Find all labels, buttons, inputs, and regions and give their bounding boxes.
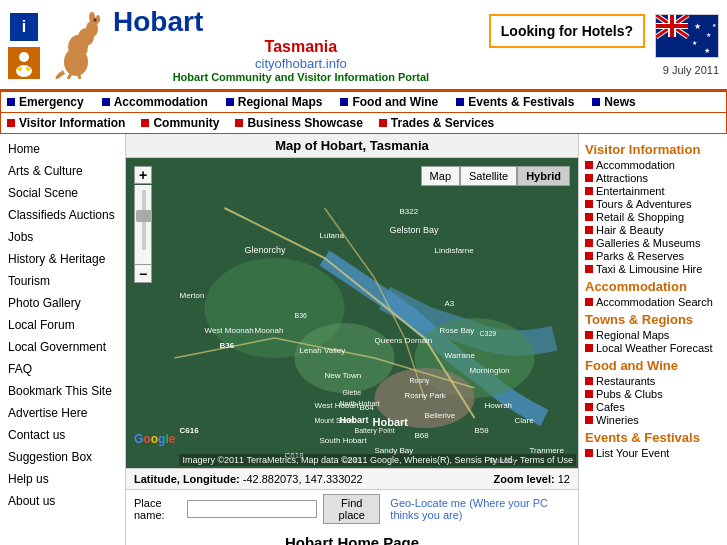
svg-text:B58: B58 [475, 426, 490, 435]
site-tagline: Hobart Community and Visitor Information… [113, 71, 489, 83]
right-item-wineries[interactable]: Wineries [585, 414, 721, 426]
right-item-restaurants[interactable]: Restaurants [585, 375, 721, 387]
site-url[interactable]: cityofhobart.info [113, 56, 489, 71]
right-item-retail[interactable]: Retail & Shopping [585, 211, 721, 223]
nav-food-wine[interactable]: Food and Wine [340, 95, 438, 109]
map-controls: + − [134, 166, 152, 284]
sidebar-item-bookmark[interactable]: Bookmark This Site [0, 380, 125, 402]
place-name-input[interactable] [187, 500, 317, 518]
sidebar-item-photo-gallery[interactable]: Photo Gallery [0, 292, 125, 314]
svg-text:B68: B68 [415, 431, 430, 440]
nav-regional-maps[interactable]: Regional Maps [226, 95, 323, 109]
nav-events-festivals[interactable]: Events & Festivals [456, 95, 574, 109]
right-item-attractions[interactable]: Attractions [585, 172, 721, 184]
right-item-regional-maps[interactable]: Regional Maps [585, 329, 721, 341]
right-section-accommodation: Accommodation [585, 279, 721, 294]
second-navigation: Visitor Information Community Business S… [0, 113, 727, 134]
svg-rect-24 [656, 24, 688, 28]
right-section-towns: Towns & Regions [585, 312, 721, 327]
right-bullet-icon [585, 239, 593, 247]
header-title-block: Hobart Tasmania cityofhobart.info Hobart… [113, 6, 489, 83]
nav-red-bullet-icon [141, 119, 149, 127]
map-image[interactable]: B36 B36 A3 C329 B64 B68 B58 C616 B64 C61… [126, 158, 578, 468]
nav-business-showcase[interactable]: Business Showcase [235, 116, 362, 130]
nav-accommodation[interactable]: Accommodation [102, 95, 208, 109]
right-item-accommodation[interactable]: Accommodation [585, 159, 721, 171]
sidebar-item-home[interactable]: Home [0, 138, 125, 160]
right-item-hair-beauty[interactable]: Hair & Beauty [585, 224, 721, 236]
sidebar-item-local-government[interactable]: Local Government [0, 336, 125, 358]
svg-text:New Town: New Town [325, 371, 362, 380]
svg-text:Merton: Merton [180, 291, 205, 300]
zoom-level: Zoom level: 12 [494, 473, 570, 485]
svg-text:Battery Point: Battery Point [355, 427, 395, 435]
hotels-button[interactable]: Looking for Hotels? [489, 14, 645, 48]
right-item-tours[interactable]: Tours & Adventures [585, 198, 721, 210]
page-date: 9 July 2011 [663, 64, 719, 76]
map-zoom-in-button[interactable]: + [134, 166, 152, 184]
nav-red-bullet-icon [379, 119, 387, 127]
svg-point-2 [18, 67, 22, 71]
nav-bullet-icon [340, 98, 348, 106]
right-bullet-icon [585, 377, 593, 385]
svg-text:Moonah: Moonah [255, 326, 284, 335]
right-bullet-icon [585, 416, 593, 424]
right-item-entertainment[interactable]: Entertainment [585, 185, 721, 197]
right-item-galleries[interactable]: Galleries & Museums [585, 237, 721, 249]
nav-news[interactable]: News [592, 95, 635, 109]
map-type-hybrid-button[interactable]: Hybrid [517, 166, 570, 186]
map-zoom-out-button[interactable]: − [134, 265, 152, 283]
sidebar-item-arts-culture[interactable]: Arts & Culture [0, 160, 125, 182]
sidebar-item-tourism[interactable]: Tourism [0, 270, 125, 292]
svg-text:Hobart: Hobart [373, 416, 409, 428]
map-svg: B36 B36 A3 C329 B64 B68 B58 C616 B64 C61… [126, 158, 578, 468]
right-bullet-icon [585, 187, 593, 195]
nav-bullet-icon [456, 98, 464, 106]
place-search-bar: Place name: Find place Geo-Locate me (Wh… [126, 489, 578, 528]
nav-emergency[interactable]: Emergency [7, 95, 84, 109]
map-type-map-button[interactable]: Map [421, 166, 460, 186]
sidebar-item-local-forum[interactable]: Local Forum [0, 314, 125, 336]
svg-text:Howrah: Howrah [485, 401, 513, 410]
right-item-weather[interactable]: Local Weather Forecast [585, 342, 721, 354]
geolocate-link[interactable]: Geo-Locate me (Where your PC thinks you … [390, 497, 570, 521]
svg-text:C329: C329 [480, 330, 497, 337]
nav-visitor-info[interactable]: Visitor Information [7, 116, 125, 130]
right-item-list-event[interactable]: List Your Event [585, 447, 721, 459]
sidebar-item-advertise[interactable]: Advertise Here [0, 402, 125, 424]
sidebar-item-contact[interactable]: Contact us [0, 424, 125, 446]
sidebar-item-help[interactable]: Help us [0, 468, 125, 490]
sidebar-item-suggestion[interactable]: Suggestion Box [0, 446, 125, 468]
right-item-parks[interactable]: Parks & Reserves [585, 250, 721, 262]
lat-lon-label: Latitude, Longitude: -42.882073, 147.333… [134, 473, 363, 485]
find-place-button[interactable]: Find place [323, 494, 380, 524]
right-sidebar: Visitor Information Accommodation Attrac… [579, 134, 727, 545]
svg-point-1 [16, 65, 32, 77]
sidebar-item-about[interactable]: About us [0, 490, 125, 512]
svg-text:Rosny: Rosny [410, 377, 430, 385]
right-item-taxi[interactable]: Taxi & Limousine Hire [585, 263, 721, 275]
city-subtitle: Tasmania [113, 38, 489, 56]
right-section-food: Food and Wine [585, 358, 721, 373]
right-item-pubs-clubs[interactable]: Pubs & Clubs [585, 388, 721, 400]
right-item-accommodation-search[interactable]: Accommodation Search [585, 296, 721, 308]
nav-trades-services[interactable]: Trades & Services [379, 116, 494, 130]
map-type-satellite-button[interactable]: Satellite [460, 166, 517, 186]
svg-point-14 [94, 19, 97, 22]
right-item-cafes[interactable]: Cafes [585, 401, 721, 413]
sidebar-item-social-scene[interactable]: Social Scene [0, 182, 125, 204]
svg-text:Lenah Valley: Lenah Valley [300, 346, 346, 355]
nav-community[interactable]: Community [141, 116, 219, 130]
info-icon: i [8, 11, 40, 43]
sidebar-item-jobs[interactable]: Jobs [0, 226, 125, 248]
svg-text:Rosny Park: Rosny Park [405, 391, 447, 400]
nav-red-bullet-icon [235, 119, 243, 127]
right-bullet-icon [585, 213, 593, 221]
sidebar-item-faq[interactable]: FAQ [0, 358, 125, 380]
sidebar-item-history[interactable]: History & Heritage [0, 248, 125, 270]
sidebar-item-classifieds[interactable]: Classifieds Auctions [0, 204, 125, 226]
nav-bullet-icon [226, 98, 234, 106]
map-copyright: Imagery ©2011 TerraMetrics, Map data ©20… [179, 454, 576, 466]
right-bullet-icon [585, 174, 593, 182]
svg-line-11 [68, 72, 72, 79]
